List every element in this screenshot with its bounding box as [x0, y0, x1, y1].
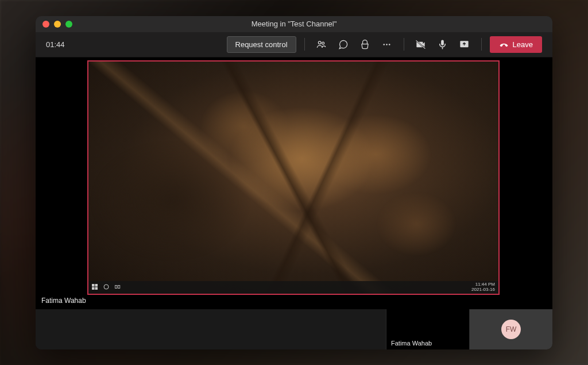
participant-tile-self[interactable]: FW	[469, 309, 552, 349]
avatar: FW	[501, 320, 521, 339]
meeting-content: Fatima Wahab 11:44 PM 2021-03-16	[36, 57, 552, 309]
presenter-name-label: Fatima Wahab	[41, 297, 86, 305]
toolbar-separator	[404, 38, 404, 51]
minimize-window-button[interactable]	[54, 21, 61, 28]
svg-point-3	[386, 44, 388, 45]
more-icon	[381, 39, 392, 50]
share-icon	[459, 39, 470, 50]
svg-rect-12	[95, 287, 98, 290]
svg-rect-15	[118, 285, 119, 288]
camera-off-icon	[415, 39, 426, 50]
toolbar-separator	[481, 38, 482, 51]
participant-tile-remote[interactable]: Fatima Wahab	[386, 309, 469, 349]
window-controls	[42, 21, 72, 28]
participants-icon	[316, 39, 327, 50]
windows-start-icon	[92, 284, 98, 291]
reactions-button[interactable]	[357, 36, 374, 53]
svg-point-0	[318, 41, 321, 44]
svg-rect-9	[92, 284, 95, 287]
reactions-icon	[359, 39, 370, 50]
participants-button[interactable]	[313, 36, 330, 53]
camera-toggle-button[interactable]	[412, 36, 430, 53]
participant-tiles: Fatima Wahab FW	[36, 309, 552, 349]
shared-screen-content	[88, 62, 498, 294]
svg-point-1	[322, 42, 324, 44]
maximize-window-button[interactable]	[65, 21, 72, 28]
request-control-button[interactable]: Request control	[227, 36, 296, 53]
share-screen-button[interactable]	[456, 36, 473, 53]
mic-icon	[437, 39, 448, 50]
svg-point-13	[104, 285, 109, 289]
shared-taskbar-date: 2021-03-16	[471, 287, 495, 293]
chat-icon	[338, 39, 349, 50]
task-view-icon	[115, 284, 121, 291]
cortana-icon	[103, 284, 109, 291]
svg-rect-7	[442, 47, 443, 49]
toolbar-separator	[304, 38, 305, 51]
svg-rect-11	[92, 287, 95, 290]
hangup-icon	[499, 40, 509, 49]
svg-rect-10	[95, 284, 98, 287]
leave-button[interactable]: Leave	[490, 36, 542, 53]
mic-toggle-button[interactable]	[434, 36, 451, 53]
meeting-window: Meeting in "Test Channel" 01:44 Request …	[36, 16, 552, 349]
window-title: Meeting in "Test Channel"	[36, 20, 552, 28]
more-actions-button[interactable]	[378, 36, 396, 53]
participant-name: Fatima Wahab	[391, 340, 432, 347]
chat-button[interactable]	[335, 36, 352, 53]
shared-screen-frame[interactable]: 11:44 PM 2021-03-16	[87, 60, 500, 295]
call-timer: 01:44	[46, 40, 65, 49]
svg-rect-14	[115, 285, 117, 288]
titlebar: Meeting in "Test Channel"	[36, 16, 552, 32]
meeting-toolbar: 01:44 Request control Leave	[36, 32, 552, 57]
leave-button-label: Leave	[513, 40, 533, 49]
close-window-button[interactable]	[42, 21, 49, 28]
svg-point-2	[384, 44, 385, 45]
shared-taskbar: 11:44 PM 2021-03-16	[88, 281, 498, 294]
svg-point-4	[389, 44, 390, 45]
